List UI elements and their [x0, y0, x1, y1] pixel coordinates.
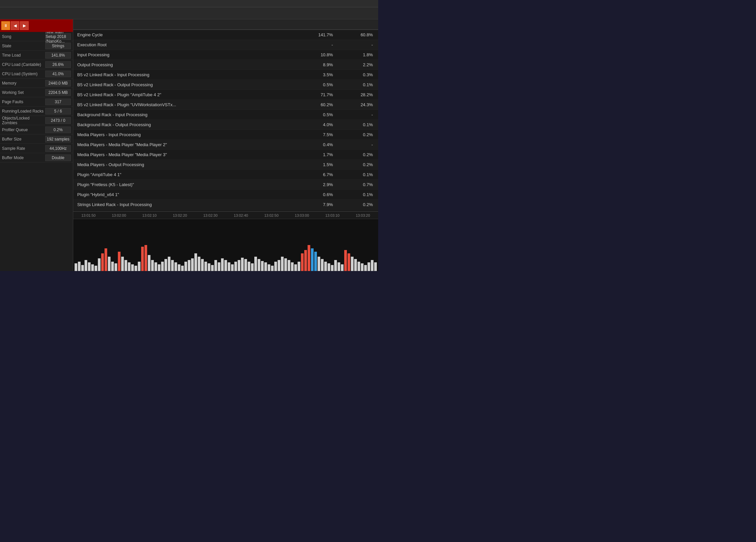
bar-group — [141, 220, 144, 271]
stat-value: 141.8% — [45, 52, 71, 59]
table-row[interactable]: Media Players - Output Processing1.5%0.2… — [73, 160, 378, 170]
chart-bar — [118, 252, 121, 271]
table-row[interactable]: Plugin "Hybrid_x64 1"0.6%0.1% — [73, 190, 378, 200]
chart-bar — [141, 247, 144, 271]
stat-label: Profiler Queue — [2, 128, 45, 132]
table-cell-average: 0.2% — [338, 132, 378, 137]
table-cell-maximum: 8.9% — [298, 62, 338, 67]
bar-group — [204, 220, 207, 271]
bar-group — [331, 220, 334, 271]
bar-group — [351, 220, 354, 271]
chart-bar — [154, 262, 157, 271]
bar-group — [211, 220, 214, 271]
chart-bar — [181, 266, 184, 271]
chart-bar — [98, 258, 101, 271]
table-row[interactable]: Background Rack - Input Processing0.5%- — [73, 110, 378, 120]
table-row[interactable]: Media Players - Media Player "Media Play… — [73, 140, 378, 150]
prev-icon: ◀ — [14, 23, 17, 28]
bar-group — [281, 220, 284, 271]
chart-bar — [258, 259, 260, 271]
table-row[interactable]: Background Rack - Output Processing4.0%0… — [73, 120, 378, 130]
chart-bar — [374, 262, 377, 271]
table-row[interactable]: Input Processing10.8%1.8% — [73, 50, 378, 60]
stat-row: SongNew Main Setup 2018 (NanoKo... — [0, 32, 73, 41]
bar-group — [151, 220, 154, 271]
stat-label: Buffer Size — [2, 137, 45, 141]
stat-value: 2473 / 0 — [45, 117, 71, 124]
chart-bar — [228, 262, 230, 271]
table-row[interactable]: Engine Cycle141.7%60.8% — [73, 30, 378, 40]
pause-button[interactable]: ⏸ — [1, 21, 10, 30]
timeline-tick: 13:03:00 — [287, 213, 317, 217]
bottom-chart: 13:01:5013:02:0013:02:1013:02:2013:02:30… — [73, 211, 378, 271]
chart-bar — [204, 262, 207, 271]
stat-row: Memory2440.0 MB — [0, 79, 73, 88]
chart-bar — [328, 263, 330, 271]
bar-group — [261, 220, 264, 271]
bar-group — [251, 220, 254, 271]
table-row[interactable]: B5 v2 Linked Rack - Input Processing3.5%… — [73, 70, 378, 80]
prev-button[interactable]: ◀ — [11, 21, 19, 30]
table-cell-average: 0.7% — [338, 182, 378, 187]
pause-icon: ⏸ — [4, 23, 8, 28]
table-row[interactable]: Media Players - Media Player "Media Play… — [73, 150, 378, 160]
chart-bar — [364, 265, 367, 271]
chart-bar — [254, 257, 257, 271]
bar-group — [258, 220, 260, 271]
bar-group — [168, 220, 170, 271]
chart-bar — [294, 264, 297, 271]
table-row[interactable]: B5 v2 Linked Rack - Plugin "UVIWorkstati… — [73, 100, 378, 110]
bar-group — [301, 220, 304, 271]
stat-label: Sample Rate — [2, 146, 45, 151]
table-cell-object: Engine Cycle — [73, 32, 298, 37]
table-row[interactable]: Strings Linked Rack - Input Processing7.… — [73, 200, 378, 210]
chart-bar — [211, 265, 214, 271]
bar-group — [101, 220, 104, 271]
chart-bar — [131, 264, 134, 271]
table-row[interactable]: B5 v2 Linked Rack - Output Processing0.5… — [73, 80, 378, 90]
maximize-button[interactable] — [362, 1, 368, 6]
table-row[interactable]: Plugin "Fretless (K5 - Latest)"2.9%0.7% — [73, 180, 378, 190]
table-row[interactable]: Media Players - Input Processing7.5%0.2% — [73, 130, 378, 140]
next-button[interactable]: ▶ — [20, 21, 29, 30]
stat-value: 317 — [45, 99, 71, 105]
table-cell-average: 0.2% — [338, 152, 378, 157]
chart-bar — [264, 262, 267, 271]
bar-group — [158, 220, 160, 271]
stat-value: 5 / 6 — [45, 108, 71, 115]
table-row[interactable]: Plugin "AmpliTube 4 1"6.7%0.1% — [73, 170, 378, 180]
table-row[interactable]: Execution Root-- — [73, 40, 378, 50]
chart-bar — [311, 248, 314, 271]
timeline-tick: 13:03:20 — [348, 213, 378, 217]
bar-group — [268, 220, 270, 271]
table-cell-maximum: 141.7% — [298, 32, 338, 37]
table-row[interactable]: B5 v2 Linked Rack - Plugin "AmpliTube 4 … — [73, 90, 378, 100]
minimize-button[interactable] — [354, 1, 360, 6]
chart-bar — [105, 248, 107, 271]
bar-group — [358, 220, 360, 271]
table-cell-object: Media Players - Media Player "Media Play… — [73, 152, 298, 157]
stat-row: Page Faults317 — [0, 97, 73, 107]
bar-group — [314, 220, 317, 271]
window-controls — [354, 1, 376, 6]
table-row[interactable]: Output Processing8.9%2.2% — [73, 60, 378, 70]
stat-label: Page Faults — [2, 100, 45, 104]
chart-bar — [95, 266, 97, 271]
bar-group — [105, 220, 107, 271]
chart-bar — [344, 250, 347, 271]
chart-bar — [361, 263, 364, 271]
table-scroll[interactable]: Engine Cycle141.7%60.8%Execution Root--I… — [73, 30, 378, 211]
bar-group — [121, 220, 124, 271]
chart-bar — [368, 262, 370, 271]
table-cell-maximum: 3.5% — [298, 72, 338, 77]
bar-group — [271, 220, 274, 271]
bar-group — [364, 220, 367, 271]
timeline-tick: 13:02:10 — [134, 213, 165, 217]
bar-group — [321, 220, 324, 271]
bar-group — [108, 220, 111, 271]
chart-bar — [338, 262, 340, 271]
table-cell-average: 0.1% — [338, 122, 378, 127]
close-button[interactable] — [370, 1, 376, 6]
stat-label: Time Load — [2, 53, 45, 58]
chart-bar — [241, 258, 244, 271]
